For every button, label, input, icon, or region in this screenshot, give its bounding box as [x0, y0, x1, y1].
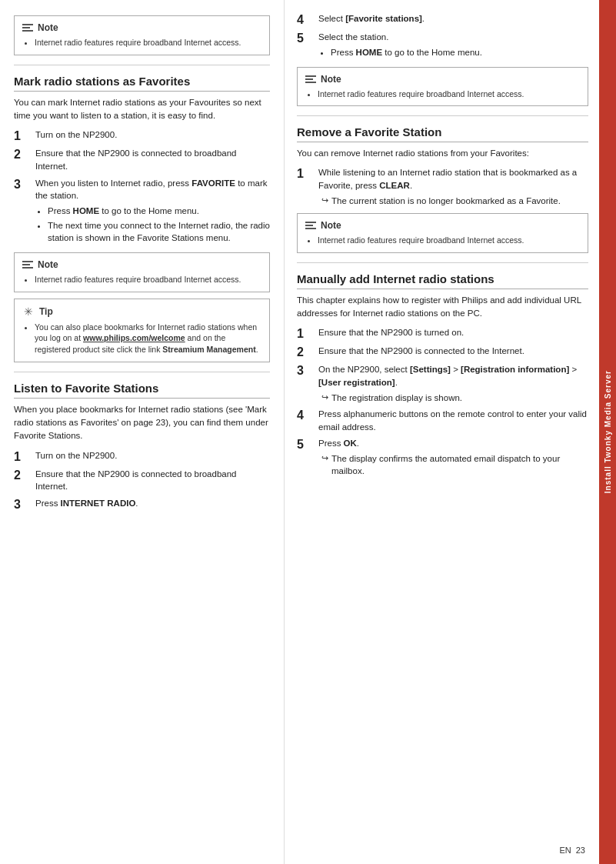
arrow-text: The display confirms the automated email… [331, 452, 588, 477]
step-num: 1 [297, 166, 312, 181]
step-num: 5 [297, 437, 312, 452]
arrow-item: ↪ The registration display is shown. [318, 392, 588, 404]
step-item: 5 Press OK. ↪ The display confirms the a… [297, 437, 588, 477]
note-content-3: Internet radio features require broadban… [305, 88, 580, 100]
step-text: Select [Favorite stations]. [318, 12, 588, 25]
step-text: Turn on the NP2900. [35, 449, 270, 462]
note-icon-4 [305, 222, 316, 229]
step-num: 1 [14, 128, 29, 143]
note-label-2: Note [38, 259, 58, 270]
page-footer: EN 23 [559, 846, 585, 855]
step-num: 2 [14, 147, 29, 162]
arrow-sym: ↪ [321, 452, 328, 465]
step-text: Press OK. ↪ The display confirms the aut… [318, 437, 588, 477]
step-item: 5 Select the station. Press HOME to go t… [297, 31, 588, 60]
note-item: Internet radio features require broadban… [35, 37, 261, 48]
step-item: 3 When you listen to Internet radio, pre… [14, 177, 270, 246]
step-num: 2 [297, 345, 312, 359]
arrow-text: The registration display is shown. [331, 392, 462, 404]
note-header-3: Note [305, 74, 580, 85]
step-num: 1 [14, 449, 29, 464]
section3-steps: 1 While listening to an Internet radio s… [297, 166, 588, 206]
section-title-2: Listen to Favorite Stations [14, 382, 270, 399]
section-title-3: Remove a Favorite Station [297, 125, 588, 142]
sub-item: Press HOME to go to the Home menu. [331, 46, 588, 59]
separator-3 [297, 115, 588, 116]
arrow-text: The current station is no longer bookmar… [331, 195, 561, 207]
note-icon-3 [305, 75, 316, 83]
note-box-2: Note Internet radio features require bro… [14, 252, 270, 292]
section3-intro: You can remove Internet radio stations f… [297, 147, 588, 160]
step-text: Press alphanumeric buttons on the remote… [318, 408, 588, 433]
step-item: 4 Press alphanumeric buttons on the remo… [297, 408, 588, 433]
step-text: On the NP2900, select [Settings] > [Regi… [318, 363, 588, 403]
section1-steps: 1 Turn on the NP2900. 2 Ensure that the … [14, 128, 270, 246]
arrow-sym: ↪ [321, 195, 328, 207]
sub-item: Press HOME to go to the Home menu. [48, 205, 270, 218]
step-item: 2 Ensure that the NP2900 is connected to… [297, 345, 588, 359]
tip-icon: ✳ [22, 305, 35, 318]
separator-4 [297, 262, 588, 263]
note-box-4: Note Internet radio features require bro… [297, 213, 588, 253]
separator-2 [14, 372, 270, 372]
step-text: Ensure that the NP2900 is connected to b… [35, 468, 270, 493]
step-text: Turn on the NP2900. [35, 128, 270, 142]
arrow-item: ↪ The display confirms the automated ema… [318, 452, 588, 477]
section2-intro: When you place bookmarks for Internet ra… [14, 403, 270, 443]
note-box-1: Note Internet radio features require bro… [14, 15, 270, 55]
step-item: 3 On the NP2900, select [Settings] > [Re… [297, 363, 588, 403]
note-label-4: Note [321, 220, 341, 231]
step-num: 3 [14, 497, 29, 512]
step-item: 1 Ensure that the NP2900 is turned on. [297, 326, 588, 341]
note-header-2: Note [22, 259, 261, 270]
tip-label: Tip [39, 306, 53, 317]
tip-header-1: ✳ Tip [22, 305, 261, 318]
note-item: Internet radio features require broadban… [318, 88, 580, 100]
page-num: 23 [576, 846, 585, 855]
step-num: 5 [297, 31, 312, 45]
note-content-4: Internet radio features require broadban… [305, 235, 580, 246]
step-item: 1 Turn on the NP2900. [14, 449, 270, 464]
section2-steps: 1 Turn on the NP2900. 2 Ensure that the … [14, 449, 270, 512]
step-text: Ensure that the NP2900 is turned on. [318, 326, 588, 339]
note-item: Internet radio features require broadban… [318, 235, 580, 246]
continued-steps: 4 Select [Favorite stations]. 5 Select t… [297, 12, 588, 61]
note-icon-2 [22, 261, 33, 269]
step-num: 3 [297, 363, 312, 378]
step-item: 3 Press INTERNET RADIO. [14, 497, 270, 512]
step-num: 2 [14, 468, 29, 482]
step-item: 1 Turn on the NP2900. [14, 128, 270, 143]
tip-content: You can also place bookmarks for Interne… [22, 322, 261, 355]
step-item: 1 While listening to an Internet radio s… [297, 166, 588, 206]
step-text: Ensure that the NP2900 is connected to b… [35, 147, 270, 172]
left-column: Note Internet radio features require bro… [0, 0, 285, 864]
step-text: Ensure that the NP2900 is connected to t… [318, 345, 588, 358]
step-num: 3 [14, 177, 29, 192]
arrow-sym: ↪ [321, 392, 328, 404]
side-tab-text: Install Twonky Media Server [604, 370, 612, 493]
tip-box-1: ✳ Tip You can also place bookmarks for I… [14, 299, 270, 362]
note-header-1: Note [22, 22, 261, 33]
step-text: While listening to an Internet radio sta… [318, 166, 588, 206]
note-content-2: Internet radio features require broadban… [22, 274, 261, 285]
tip-item: You can also place bookmarks for Interne… [35, 322, 261, 355]
step-text: Press INTERNET RADIO. [35, 497, 270, 510]
note-icon-1 [22, 24, 33, 32]
right-column: 4 Select [Favorite stations]. 5 Select t… [285, 0, 599, 864]
note-label-1: Note [38, 22, 58, 33]
note-item: Internet radio features require broadban… [35, 274, 261, 285]
step-text: Select the station. Press HOME to go to … [318, 31, 588, 60]
section-title-4: Manually add Internet radio stations [297, 272, 588, 289]
separator-1 [14, 65, 270, 65]
lang-label: EN [559, 846, 571, 855]
step-num: 4 [297, 12, 312, 27]
section4-steps: 1 Ensure that the NP2900 is turned on. 2… [297, 326, 588, 477]
note-header-4: Note [305, 220, 580, 231]
step-item: 4 Select [Favorite stations]. [297, 12, 588, 27]
step-num: 4 [297, 408, 312, 422]
section-title-1: Mark radio stations as Favorites [14, 75, 270, 92]
section4-intro: This chapter explains how to register wi… [297, 294, 588, 321]
section1-intro: You can mark Internet radio stations as … [14, 96, 270, 123]
note-content-1: Internet radio features require broadban… [22, 37, 261, 48]
step-text: When you listen to Internet radio, press… [35, 177, 270, 246]
